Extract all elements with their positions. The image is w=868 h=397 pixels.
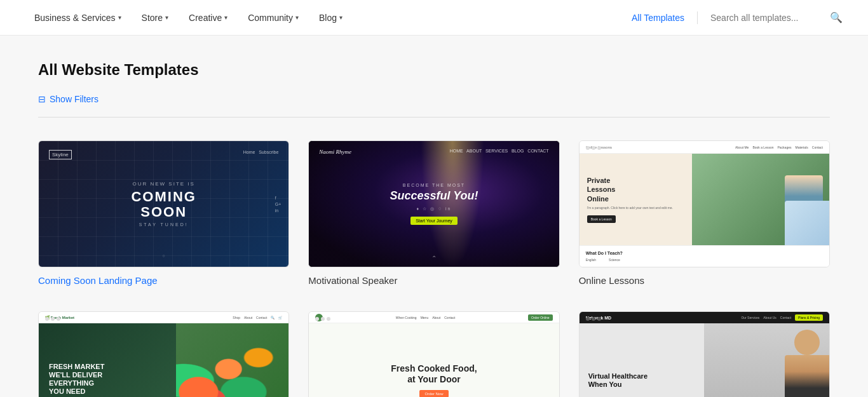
ol-desc: I'm a paragraph. Click here to add your … [587, 206, 684, 210]
thumb-vh-right [704, 323, 829, 397]
template-grid: Skyline Home Subscribe OUR NEW SITE IS C… [38, 140, 830, 397]
thumb-ol-hero: PrivateLessonsOnline I'm a paragraph. Cl… [580, 154, 829, 245]
template-thumb-fresh-market: 🌿 Fresh Market Shop About Contact 🔍 🛒 FR… [38, 311, 289, 397]
thumb-vh-left: Virtual HealthcareWhen You [580, 323, 705, 397]
chevron-down-icon-business: ▾ [118, 14, 121, 21]
mo-nav-links: HOME ABOUT SERVICES BLOG CONTACT [450, 149, 549, 155]
template-thumb-online-lessons: Online Lessons About Me Book a Lesson Pa… [579, 140, 830, 267]
nav-label-store: Store [142, 13, 163, 23]
chevron-down-icon-creative: ▾ [224, 14, 227, 21]
ol-what: What Do I Teach? [586, 251, 823, 255]
fm-title: FRESH MARKETWE'LL DELIVEREVERYTHINGYOU N… [49, 363, 166, 396]
cs-stay: STAY TUNED! [131, 222, 196, 227]
template-card-virtual-health[interactable]: Network MD Our Services About Us Contact… [579, 311, 830, 397]
template-name-coming-soon: Coming Soon Landing Page [38, 275, 289, 286]
ff-btn: Order Now [419, 390, 448, 397]
mo-become: BECOME THE MOST [390, 183, 478, 187]
template-thumb-fresh-food: When Cooking Menu About Contact Order On… [308, 311, 559, 397]
navbar: Business & Services ▾ Store ▾ Creative ▾… [0, 0, 868, 36]
template-name-online-lessons: Online Lessons [579, 275, 830, 286]
thumb-ff-nav: When Cooking Menu About Contact Order On… [309, 312, 559, 323]
cs-bottom: ○ [163, 253, 165, 258]
nav-links: Business & Services ▾ Store ▾ Creative ▾… [25, 8, 632, 28]
main-content: All Website Templates ⊟ Show Filters Sky… [0, 36, 868, 397]
cs-social: f G+ in [275, 196, 281, 213]
thumb-ff-dots [315, 317, 330, 321]
thumb-ol-nav: Online Lessons About Me Book a Lesson Pa… [580, 141, 829, 154]
nav-label-blog: Blog [319, 13, 337, 23]
cs-nav: Home Subscribe [243, 150, 279, 154]
thumb-vh-nav: Network MD Our Services About Us Contact… [580, 312, 829, 323]
fm-nav-links: Shop About Contact 🔍 🛒 [233, 316, 282, 320]
cs-subtitle: OUR NEW SITE IS [131, 181, 196, 187]
ol-btn: Book a Lesson [587, 215, 616, 223]
mo-title: Successful You! [390, 190, 478, 203]
nav-label-business: Business & Services [34, 13, 116, 23]
filter-label: Show Filters [50, 94, 98, 104]
vh-cta: Plans & Pricing [795, 314, 823, 321]
thumb-ol-left: PrivateLessonsOnline I'm a paragraph. Cl… [580, 154, 692, 245]
template-name-motivational: Motivational Speaker [308, 275, 559, 286]
template-card-coming-soon[interactable]: Skyline Home Subscribe OUR NEW SITE IS C… [38, 140, 289, 286]
chevron-down-icon-blog: ▾ [339, 14, 342, 21]
thumb-fm-nav: 🌿 Fresh Market Shop About Contact 🔍 🛒 [39, 312, 288, 323]
all-templates-link[interactable]: All Templates [632, 13, 684, 23]
cs-title: COMINGSOON [131, 189, 196, 220]
ol-nav-links: About Me Book a Lesson Packages Material… [735, 145, 823, 149]
thumb-vh-hero: Virtual HealthcareWhen You [580, 323, 829, 397]
nav-divider [697, 11, 698, 24]
mo-nav: Naomi Rhyme HOME ABOUT SERVICES BLOG CON… [309, 149, 559, 155]
ff-title: Fresh Cooked Food,at Your Door [391, 363, 477, 385]
nav-item-business[interactable]: Business & Services ▾ [25, 8, 130, 28]
mo-cta: Start Your Journey [410, 217, 458, 225]
template-thumb-motivational: Naomi Rhyme HOME ABOUT SERVICES BLOG CON… [308, 140, 559, 267]
mo-social: ♦ ☆ ◎ ♢ in [390, 206, 478, 212]
nav-item-blog[interactable]: Blog ▾ [310, 8, 351, 28]
nav-item-store[interactable]: Store ▾ [133, 8, 177, 28]
vh-links: Our Services About Us Contact Plans & Pr… [741, 314, 823, 321]
mo-chevron: ⌃ [431, 255, 437, 262]
vh-title: Virtual HealthcareWhen You [588, 372, 696, 389]
thumb-fm-hero: FRESH MARKETWE'LL DELIVEREVERYTHINGYOU N… [39, 323, 288, 397]
thumb-ol-dots [586, 146, 601, 150]
filter-icon: ⊟ [38, 94, 46, 104]
template-thumb-virtual-health: Network MD Our Services About Us Contact… [579, 311, 830, 397]
template-thumb-coming-soon: Skyline Home Subscribe OUR NEW SITE IS C… [38, 140, 289, 267]
thumb-ol-right [692, 154, 829, 245]
thumb-ol-bottom: What Do I Teach? English Science [580, 245, 829, 267]
ol-subjects: English Science [586, 258, 823, 262]
template-card-motivational[interactable]: Naomi Rhyme HOME ABOUT SERVICES BLOG CON… [308, 140, 559, 286]
chevron-down-icon-community: ▾ [295, 14, 299, 21]
ol-title: PrivateLessonsOnline [587, 176, 684, 203]
template-card-fresh-food[interactable]: When Cooking Menu About Contact Order On… [308, 311, 559, 397]
filter-bar: ⊟ Show Filters [38, 94, 830, 118]
nav-item-community[interactable]: Community ▾ [239, 8, 308, 28]
ol-img [692, 154, 829, 245]
nav-right: All Templates 🔍 [632, 11, 843, 24]
ff-order-btn: Order Online [528, 314, 553, 321]
mo-text: BECOME THE MOST Successful You! ♦ ☆ ◎ ♢ … [390, 183, 478, 225]
search-wrapper: 🔍 [710, 11, 843, 24]
nav-label-creative: Creative [189, 13, 222, 23]
template-card-fresh-market[interactable]: 🌿 Fresh Market Shop About Contact 🔍 🛒 FR… [38, 311, 289, 397]
nav-label-community: Community [248, 13, 293, 23]
thumb-fm-text: FRESH MARKETWE'LL DELIVEREVERYTHINGYOU N… [39, 323, 176, 397]
search-input[interactable] [710, 13, 825, 23]
ff-links: When Cooking Menu About Contact [396, 316, 456, 320]
ol-person [785, 175, 823, 245]
thumb-ff-hero: Fresh Cooked Food,at Your Door Order Now [309, 323, 559, 397]
chevron-down-icon-store: ▾ [165, 14, 168, 21]
mo-name: Naomi Rhyme [319, 149, 351, 155]
nav-item-creative[interactable]: Creative ▾ [180, 8, 236, 28]
cs-content: OUR NEW SITE IS COMINGSOON STAY TUNED! [131, 181, 196, 227]
cs-logo: Skyline [49, 150, 72, 159]
template-card-online-lessons[interactable]: Online Lessons About Me Book a Lesson Pa… [579, 140, 830, 286]
thumb-vh-dots [586, 317, 601, 321]
page-title: All Website Templates [38, 61, 830, 79]
show-filters-button[interactable]: ⊟ Show Filters [38, 94, 98, 104]
thumb-fm-dots [45, 317, 60, 321]
search-icon[interactable]: 🔍 [830, 11, 843, 24]
